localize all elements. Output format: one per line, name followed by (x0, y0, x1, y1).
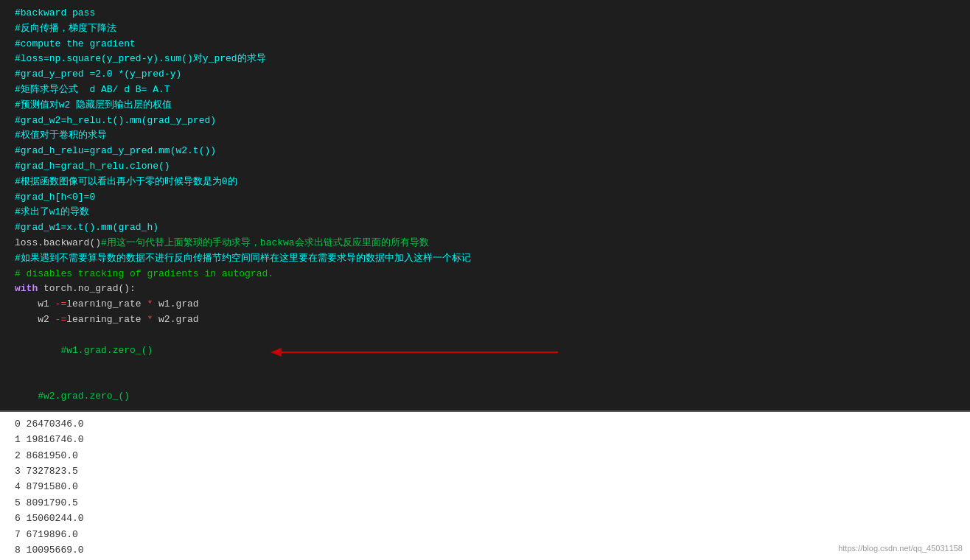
code-line: #grad_w2=h_relu.t().mm(grad_y_pred) (15, 113, 970, 129)
output-section: 0 26470346.0 1 19816746.0 2 8681950.0 3 … (0, 412, 970, 560)
code-line-loss-backward: loss.backward()#用这一句代替上面繁琐的手动求导，backwa会求… (15, 236, 970, 251)
code-line-w2: w2 -=learning_rate * w2.grad (15, 312, 970, 328)
output-line-7: 7 6719896.0 (15, 527, 970, 542)
code-line: #权值对于卷积的求导 (15, 128, 970, 144)
code-line: #loss=np.square(y_pred-y).sum()对y_pred的求… (15, 52, 970, 67)
code-section: #backward pass #反向传播，梯度下降法 #compute the … (0, 0, 970, 412)
output-line-0: 0 26470346.0 (15, 416, 970, 432)
output-line-4: 4 8791580.0 (15, 479, 970, 494)
code-line: #根据函数图像可以看出再小于零的时候导数是为0的 (15, 175, 970, 190)
code-line: #grad_h=grad_h_relu.clone() (15, 159, 970, 175)
code-line: #求出了w1的导数 (15, 205, 970, 220)
code-line: #backward pass (15, 6, 970, 21)
red-arrow-svg (256, 345, 565, 360)
output-line-2: 2 8681950.0 (15, 448, 970, 463)
code-line: #反向传播，梯度下降法 (15, 21, 970, 37)
code-line-w2-zero: #w2.grad.zero_() (15, 389, 970, 405)
code-line-w1-zero: #w1.grad.zero_() (15, 328, 970, 389)
watermark: https://blog.csdn.net/qq_45031158 (838, 544, 963, 553)
output-line-6: 6 15060244.0 (15, 511, 970, 526)
code-line: #grad_h[h<0]=0 (15, 190, 970, 206)
code-line: #grad_h_relu=grad_y_pred.mm(w2.t()) (15, 144, 970, 159)
code-line-with: with torch.no_grad(): (15, 281, 970, 297)
code-line: #如果遇到不需要算导数的数据不进行反向传播节约空间同样在这里要在需要求导的数据中… (15, 251, 970, 267)
code-line: #compute the gradient (15, 37, 970, 52)
code-line-w1: w1 -=learning_rate * w1.grad (15, 297, 970, 312)
code-line: #grad_y_pred =2.0 *(y_pred-y) (15, 67, 970, 83)
code-line: #预测值对w2 隐藏层到输出层的权值 (15, 98, 970, 113)
output-line-3: 3 7327823.5 (15, 463, 970, 479)
svg-marker-1 (271, 348, 282, 357)
output-line-8: 8 10095669.0 (15, 542, 970, 558)
code-line: #矩阵求导公式 d AB/ d B= A.T (15, 83, 970, 98)
code-line-comment-autograd: # disables tracking of gradients in auto… (15, 267, 970, 282)
output-line-1: 1 19816746.0 (15, 432, 970, 447)
code-line: #grad_w1=x.t().mm(grad_h) (15, 220, 970, 236)
output-line-5: 5 8091790.5 (15, 495, 970, 511)
